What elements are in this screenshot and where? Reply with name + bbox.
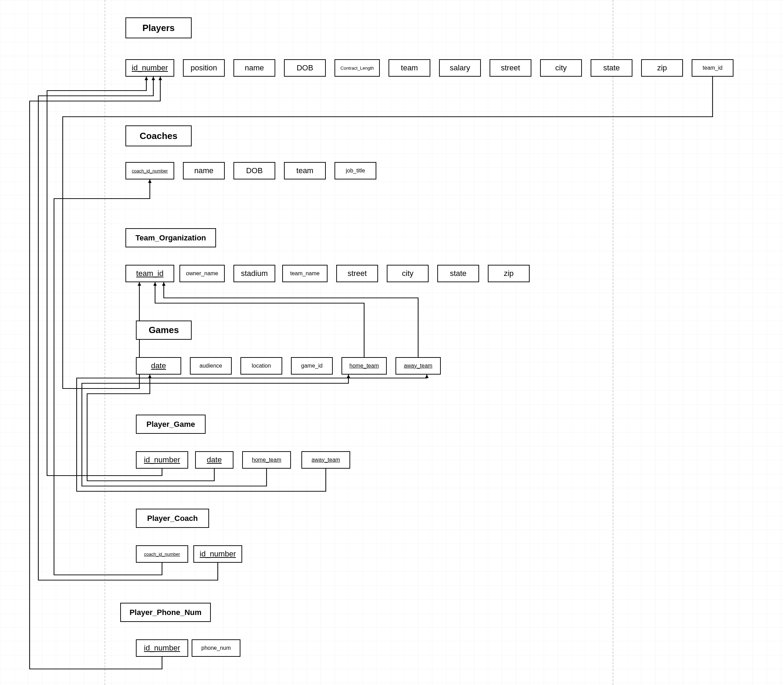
attr-team_org-team_id: team_id <box>125 265 174 282</box>
attr-coaches-dob: DOB <box>234 162 275 179</box>
attr-team_org-street: street <box>336 265 378 282</box>
attr-players-team_id: team_id <box>691 59 734 77</box>
attr-team_org-owner_name: owner_name <box>179 265 225 282</box>
attr-player_coach-id_number: id_number <box>193 545 242 563</box>
entity-player_phone-title: Player_Phone_Num <box>120 603 211 622</box>
attr-coaches-team: team <box>284 162 326 179</box>
entity-player_game-title: Player_Game <box>136 415 206 434</box>
grid-background <box>0 0 784 685</box>
attr-coaches-name: name <box>183 162 225 179</box>
attr-player_phone-phone_num: phone_num <box>192 640 240 657</box>
attr-team_org-zip: zip <box>488 265 530 282</box>
attr-players-salary: salary <box>439 59 481 77</box>
attr-players-city: city <box>540 59 582 77</box>
attr-games-date: date <box>136 357 181 375</box>
attr-games-game_id: game_id <box>291 357 333 375</box>
attr-player_phone-id_number: id_number <box>136 640 188 657</box>
attr-players-street: street <box>490 59 531 77</box>
attr-coaches-job_title: job_title <box>334 162 376 179</box>
attr-games-home_team: home_team <box>341 357 387 375</box>
attr-games-location: location <box>240 357 282 375</box>
entity-player_coach-title: Player_Coach <box>136 509 209 528</box>
attr-players-contract_length: Contract_Length <box>334 59 380 77</box>
attr-players-dob: DOB <box>284 59 326 77</box>
attr-players-name: name <box>234 59 275 77</box>
attr-player_game-away_team: away_team <box>301 451 350 469</box>
page-guide-left <box>104 0 105 685</box>
attr-players-team: team <box>388 59 430 77</box>
attr-team_org-stadium: stadium <box>234 265 275 282</box>
attr-games-audience: audience <box>190 357 232 375</box>
attr-players-zip: zip <box>641 59 683 77</box>
attr-team_org-city: city <box>387 265 429 282</box>
attr-team_org-team_name: team_name <box>282 265 328 282</box>
entity-team_org-title: Team_Organization <box>125 228 216 247</box>
attr-player_game-home_team: home_team <box>242 451 291 469</box>
entity-games-title: Games <box>136 321 192 340</box>
attr-player_game-id_number: id_number <box>136 451 188 469</box>
entity-coaches-title: Coaches <box>125 125 192 146</box>
entity-players-title: Players <box>125 18 192 38</box>
attr-coaches-coach_id_number: coach_id_number <box>125 162 174 179</box>
attr-players-state: state <box>591 59 632 77</box>
attr-team_org-state: state <box>437 265 479 282</box>
attr-players-position: position <box>183 59 225 77</box>
attr-players-id_number: id_number <box>125 59 174 77</box>
attr-player_coach-coach_id_number: coach_id_number <box>136 545 188 563</box>
page-guide-right <box>613 0 613 685</box>
attr-games-away_team: away_team <box>396 357 441 375</box>
attr-player_game-date: date <box>195 451 234 469</box>
